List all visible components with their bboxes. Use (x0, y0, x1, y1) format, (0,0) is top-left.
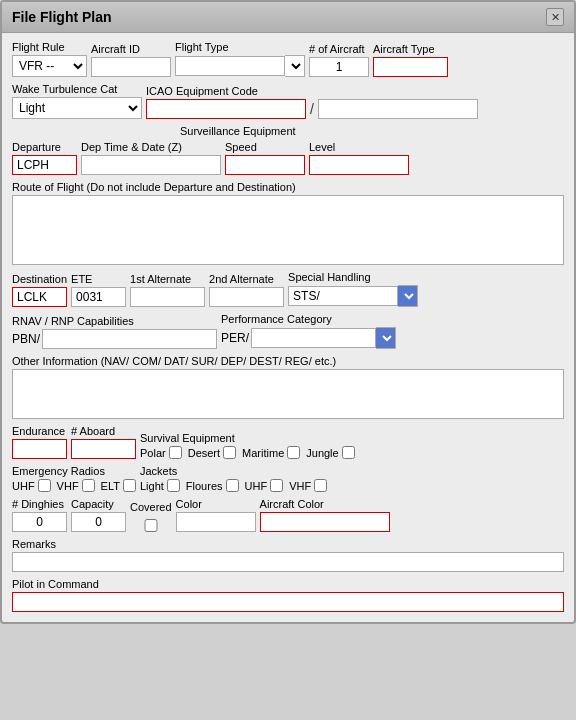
icao-equipment-input[interactable] (146, 99, 306, 119)
row-1: Flight Rule VFR -- IFR VFR DVFR Aircraft… (12, 41, 564, 77)
remarks-input[interactable] (12, 552, 564, 572)
departure-input[interactable] (12, 155, 77, 175)
file-flight-plan-window: File Flight Plan ✕ Flight Rule VFR -- IF… (0, 0, 576, 624)
uhf-label: UHF (12, 480, 35, 492)
floures-jacket-group: Floures (186, 479, 239, 492)
elt-radio-group: ELT (101, 479, 136, 492)
destination-input[interactable] (12, 287, 67, 307)
close-button[interactable]: ✕ (546, 8, 564, 26)
row-8: # Dinghies Capacity Covered Color Aircra… (12, 498, 564, 532)
light-jacket-group: Light (140, 479, 180, 492)
endurance-group: Endurance (12, 425, 67, 459)
special-handling-input[interactable] (288, 286, 398, 306)
aircraft-color-label: Aircraft Color (260, 498, 390, 510)
pilot-input[interactable] (12, 592, 564, 612)
flight-rule-select[interactable]: VFR -- IFR VFR DVFR (12, 55, 87, 77)
dinghies-input[interactable] (12, 512, 67, 532)
jackets-label: Jackets (140, 465, 327, 477)
rnav-label: RNAV / RNP Capabilities (12, 315, 217, 327)
desert-checkbox[interactable] (223, 446, 236, 459)
jackets-group: Jackets Light Floures UHF V (140, 465, 327, 492)
alt2-group: 2nd Alternate (209, 273, 284, 307)
uhf2-checkbox[interactable] (270, 479, 283, 492)
aboard-group: # Aboard (71, 425, 136, 459)
uhf-checkbox[interactable] (38, 479, 51, 492)
dep-time-label: Dep Time & Date (Z) (81, 141, 221, 153)
flight-type-input[interactable] (175, 56, 285, 76)
alt1-input[interactable] (130, 287, 205, 307)
color-input[interactable] (176, 512, 256, 532)
row-2: Wake Turbulence Cat Light Medium Heavy J… (12, 83, 564, 119)
vhf2-label: VHF (289, 480, 311, 492)
pilot-group: Pilot in Command (12, 578, 564, 612)
ete-input[interactable] (71, 287, 126, 307)
special-handling-select[interactable] (398, 285, 418, 307)
route-textarea[interactable] (12, 195, 564, 265)
destination-group: Destination (12, 273, 67, 307)
alt2-label: 2nd Alternate (209, 273, 284, 285)
row-3: Departure Dep Time & Date (Z) Speed Leve… (12, 141, 564, 175)
alt1-label: 1st Alternate (130, 273, 205, 285)
maritime-checkbox[interactable] (287, 446, 300, 459)
color-group: Color (176, 498, 256, 532)
jungle-checkbox[interactable] (342, 446, 355, 459)
capacity-group: Capacity (71, 498, 126, 532)
desert-label: Desert (188, 447, 220, 459)
speed-label: Speed (225, 141, 305, 153)
aircraft-type-input[interactable] (373, 57, 448, 77)
elt-label: ELT (101, 480, 120, 492)
uhf-radio-group: UHF (12, 479, 51, 492)
per-prefix: PER/ (221, 331, 249, 345)
alt2-input[interactable] (209, 287, 284, 307)
aircraft-id-input[interactable] (91, 57, 171, 77)
row-7: Emergency Radios UHF VHF ELT (12, 465, 564, 492)
dep-time-input[interactable] (81, 155, 221, 175)
polar-checkbox[interactable] (169, 446, 182, 459)
vhf2-checkbox[interactable] (314, 479, 327, 492)
route-label: Route of Flight (Do not include Departur… (12, 181, 564, 193)
dep-time-group: Dep Time & Date (Z) (81, 141, 221, 175)
num-aircraft-input[interactable] (309, 57, 369, 77)
rnav-input[interactable] (42, 329, 217, 349)
special-handling-group: Special Handling (288, 271, 418, 307)
perf-select[interactable] (376, 327, 396, 349)
capacity-input[interactable] (71, 512, 126, 532)
covered-checkbox[interactable] (130, 519, 172, 532)
title-bar: File Flight Plan ✕ (2, 2, 574, 33)
floures-checkbox[interactable] (226, 479, 239, 492)
uhf2-jacket-group: UHF (245, 479, 284, 492)
jungle-group: Jungle (306, 446, 354, 459)
pilot-label: Pilot in Command (12, 578, 564, 590)
vhf-checkbox[interactable] (82, 479, 95, 492)
level-group: Level (309, 141, 409, 175)
aircraft-id-label: Aircraft ID (91, 43, 171, 55)
maritime-group: Maritime (242, 446, 300, 459)
flight-type-select[interactable] (285, 55, 305, 77)
perf-input[interactable] (251, 328, 376, 348)
light-checkbox[interactable] (167, 479, 180, 492)
other-info-textarea[interactable] (12, 369, 564, 419)
aboard-input[interactable] (71, 439, 136, 459)
aircraft-type-group: Aircraft Type (373, 43, 448, 77)
endurance-input[interactable] (12, 439, 67, 459)
vhf-radio-group: VHF (57, 479, 95, 492)
surveillance-label-row: Surveillance Equipment (12, 121, 564, 137)
other-info-label: Other Information (NAV/ COM/ DAT/ SUR/ D… (12, 355, 564, 367)
speed-group: Speed (225, 141, 305, 175)
level-label: Level (309, 141, 409, 153)
row-5: RNAV / RNP Capabilities PBN/ Performance… (12, 313, 564, 349)
covered-label: Covered (130, 501, 172, 513)
emergency-radios-group: Emergency Radios UHF VHF ELT (12, 465, 136, 492)
aircraft-color-input[interactable] (260, 512, 390, 532)
survival-group: Survival Equipment Polar Desert Maritime (140, 432, 355, 459)
alt1-group: 1st Alternate (130, 273, 205, 307)
elt-checkbox[interactable] (123, 479, 136, 492)
level-input[interactable] (309, 155, 409, 175)
row-6: Endurance # Aboard Survival Equipment Po… (12, 425, 564, 459)
wake-turbulence-select[interactable]: Light Medium Heavy Jumbo (12, 97, 142, 119)
surveillance-input[interactable] (318, 99, 478, 119)
speed-input[interactable] (225, 155, 305, 175)
flight-type-label: Flight Type (175, 41, 305, 53)
polar-label: Polar (140, 447, 166, 459)
pbn-prefix: PBN/ (12, 332, 40, 346)
